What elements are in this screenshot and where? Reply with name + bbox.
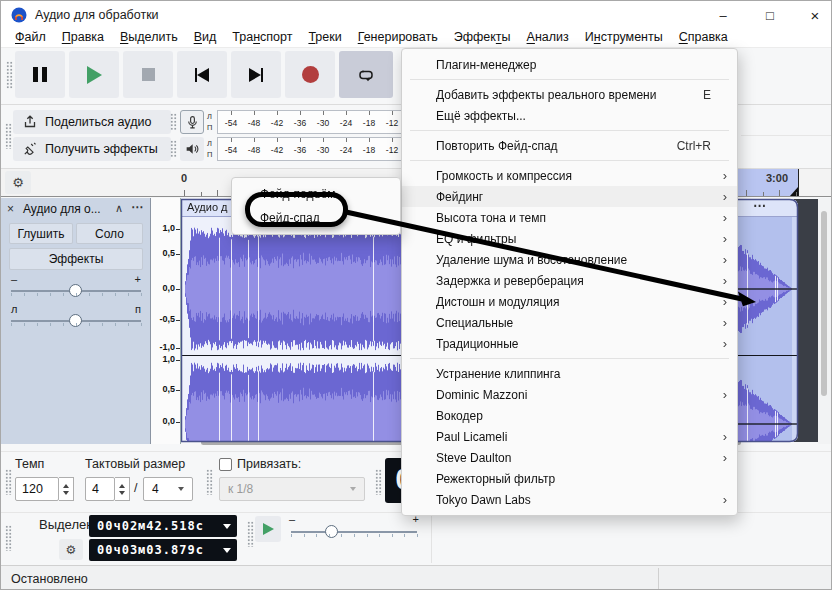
menubar-item[interactable]: Транспорт (224, 29, 300, 47)
menubar-item[interactable]: Файл (7, 29, 54, 47)
menubar-item[interactable]: Инструменты (577, 29, 671, 47)
menu-separator (410, 130, 729, 131)
dropdown-arrow-icon[interactable] (223, 524, 231, 529)
effects-menu-item[interactable]: Steve Daulton› (402, 447, 737, 468)
timesig-unit-select[interactable]: 4 (143, 477, 193, 501)
effects-menu-item[interactable]: Вокодер (402, 405, 737, 426)
record-meter-grip[interactable] (170, 113, 177, 131)
share-toolbar-grip[interactable] (5, 123, 12, 149)
skip-to-end-button[interactable] (231, 51, 281, 98)
play-speed-grip[interactable] (247, 521, 254, 547)
effects-menu-item[interactable]: Paul Licameli› (402, 426, 737, 447)
effects-menu-item[interactable]: Добавить эффекты реального времениE (402, 84, 737, 105)
menu-item-label: Вокодер (436, 409, 711, 423)
beats-input[interactable]: 4 (85, 477, 115, 501)
effects-menu-item[interactable]: Повторить Фейд-спадCtrl+R (402, 135, 737, 156)
ruler-tick (176, 229, 180, 230)
maximize-button[interactable]: □ (755, 1, 785, 29)
spin-down-icon[interactable] (63, 491, 69, 495)
meter-tick (346, 111, 347, 115)
transport-toolbar-grip[interactable] (6, 61, 13, 89)
effects-menu-item[interactable]: Tokyo Dawn Labs› (402, 489, 737, 510)
play-at-speed-button[interactable] (255, 516, 281, 542)
track-collapse-icon[interactable]: ∧ (115, 202, 123, 215)
beats-spinner[interactable] (115, 477, 130, 501)
play-speed-thumb[interactable] (325, 525, 338, 538)
timeline-options-button[interactable]: ⚙ (5, 171, 31, 194)
effects-menu-item[interactable]: Задержка и реверберация› (402, 270, 737, 291)
gain-slider[interactable]: – + (7, 273, 145, 303)
selection-toolbar-grip[interactable] (5, 525, 12, 551)
submenu-arrow-icon: › (715, 315, 727, 330)
menubar-item[interactable]: Генерировать (350, 29, 446, 47)
share-audio-button[interactable]: Поделиться аудио (13, 110, 171, 134)
track-close-icon[interactable]: × (7, 202, 14, 216)
menubar-item[interactable]: Справка (671, 29, 736, 47)
pause-button[interactable] (15, 51, 65, 98)
meter-tick (277, 138, 278, 142)
status-text: Остановлено (11, 572, 88, 586)
menubar-item[interactable]: Выделить (112, 29, 186, 47)
selection-start-field[interactable]: 00ч02м42.518с (89, 515, 237, 537)
time-display-grip[interactable] (375, 469, 382, 495)
menubar-item[interactable]: Вид (186, 29, 225, 47)
record-meter-button[interactable] (180, 110, 204, 134)
record-button[interactable] (285, 51, 335, 98)
menubar-item[interactable]: Анализ (519, 29, 577, 47)
stop-button[interactable] (123, 51, 173, 98)
pan-slider[interactable]: л п (7, 303, 145, 333)
tempo-spinner[interactable] (59, 477, 74, 501)
selection-edge-handle[interactable] (790, 187, 798, 196)
snap-checkbox[interactable] (219, 458, 232, 471)
menubar-item[interactable]: Треки (300, 29, 349, 47)
playback-meter-button[interactable] (180, 137, 204, 161)
mute-button[interactable]: Глушить (9, 223, 73, 244)
effects-menu-item[interactable]: Традиционные› (402, 333, 737, 354)
effects-menu-item[interactable]: Фейдинг› (402, 186, 737, 207)
effects-menu-item[interactable]: Громкость и компрессия› (402, 165, 737, 186)
menubar-item[interactable]: Правка (54, 29, 112, 47)
effects-menu-item[interactable]: Плагин-менеджер (402, 54, 737, 75)
skip-to-start-button[interactable] (177, 51, 227, 98)
selection-end-field[interactable]: 00ч03м03.879с (89, 539, 237, 561)
time-toolbar-grip[interactable] (5, 469, 12, 495)
snap-select[interactable]: к 1/8 (219, 477, 365, 501)
effects-menu-item[interactable]: Специальные› (402, 312, 737, 333)
effects-menu-item[interactable]: Удаление шума и восстановление› (402, 249, 737, 270)
play-button[interactable] (69, 51, 119, 98)
minimize-button[interactable]: – (708, 1, 738, 29)
track-title[interactable]: Аудио для о... (23, 202, 101, 216)
effects-menu-item[interactable]: Дистошн и модуляция› (402, 291, 737, 312)
slider-tick (141, 293, 142, 296)
solo-button[interactable]: Соло (76, 223, 143, 244)
track-control-panel: × Аудио для о... ∧ ⋯ Глушить Соло Эффект… (1, 198, 151, 444)
vertical-scrollbar[interactable] (821, 211, 827, 396)
track-effects-button[interactable]: Эффекты (9, 248, 143, 270)
effects-menu-item[interactable]: Устранение клиппинга (402, 363, 737, 384)
effects-menu-item[interactable]: Ещё эффекты... (402, 105, 737, 126)
loop-button[interactable] (339, 51, 393, 98)
menubar-item[interactable]: Эффекты (446, 29, 519, 47)
effects-menu-item[interactable]: EQ и фильтры› (402, 228, 737, 249)
meter-scale-number: -12 (381, 145, 403, 155)
effects-menu-item[interactable]: Dominic Mazzoni› (402, 384, 737, 405)
spin-down-icon[interactable] (119, 491, 125, 495)
play-speed-slider[interactable]: – + (287, 513, 421, 543)
get-effects-button[interactable]: Получить эффекты (13, 137, 171, 161)
timesig-label: Тактовый размер (85, 457, 185, 471)
selection-options-button[interactable]: ⚙ (59, 539, 83, 560)
clip-menu-kebab[interactable]: ⋯ (753, 198, 766, 213)
menubar-accel: С (679, 30, 688, 44)
spin-up-icon[interactable] (119, 484, 125, 488)
effects-menu-item[interactable]: Режекторный фильтр (402, 468, 737, 489)
tempo-input[interactable]: 120 (15, 477, 59, 501)
effects-menu-item[interactable]: Высота тона и темп› (402, 207, 737, 228)
dropdown-arrow-icon[interactable] (223, 548, 231, 553)
close-button[interactable]: × (800, 1, 830, 29)
spin-up-icon[interactable] (63, 484, 69, 488)
playback-meter-grip[interactable] (170, 140, 177, 158)
track-menu-kebab[interactable]: ⋯ (131, 200, 143, 214)
status-bar: Остановлено (1, 565, 832, 590)
menubar-item-text: енерировать (364, 30, 438, 44)
snap-toolbar-grip[interactable] (206, 469, 213, 495)
